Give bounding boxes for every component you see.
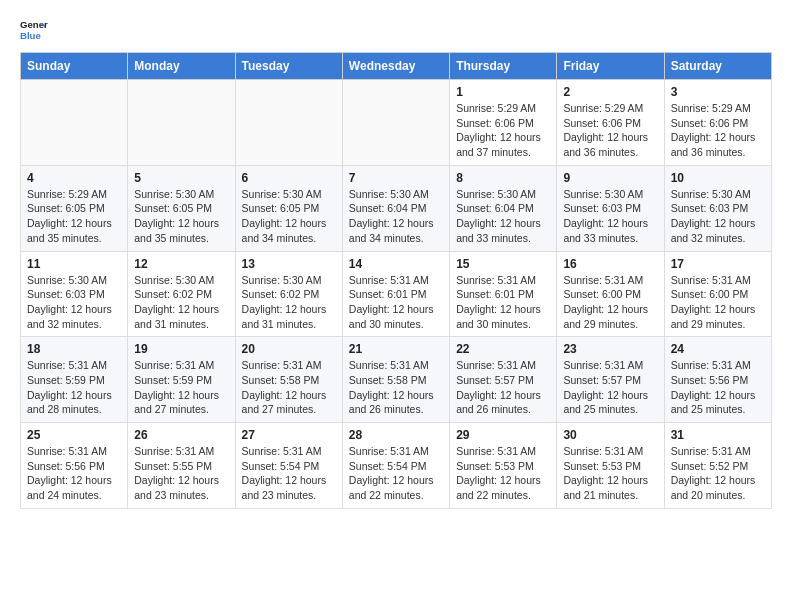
- calendar-cell: 19Sunrise: 5:31 AM Sunset: 5:59 PM Dayli…: [128, 337, 235, 423]
- day-number: 27: [242, 428, 336, 442]
- calendar-cell: 6Sunrise: 5:30 AM Sunset: 6:05 PM Daylig…: [235, 165, 342, 251]
- day-info: Sunrise: 5:29 AM Sunset: 6:06 PM Dayligh…: [563, 101, 657, 160]
- calendar-cell: [21, 80, 128, 166]
- calendar-cell: 1Sunrise: 5:29 AM Sunset: 6:06 PM Daylig…: [450, 80, 557, 166]
- calendar-cell: 17Sunrise: 5:31 AM Sunset: 6:00 PM Dayli…: [664, 251, 771, 337]
- header: General Blue: [20, 16, 772, 44]
- day-info: Sunrise: 5:31 AM Sunset: 5:58 PM Dayligh…: [349, 358, 443, 417]
- day-number: 8: [456, 171, 550, 185]
- day-number: 31: [671, 428, 765, 442]
- day-info: Sunrise: 5:29 AM Sunset: 6:06 PM Dayligh…: [456, 101, 550, 160]
- day-number: 9: [563, 171, 657, 185]
- day-number: 16: [563, 257, 657, 271]
- day-number: 19: [134, 342, 228, 356]
- day-number: 28: [349, 428, 443, 442]
- logo-icon: General Blue: [20, 16, 48, 44]
- calendar-cell: 20Sunrise: 5:31 AM Sunset: 5:58 PM Dayli…: [235, 337, 342, 423]
- day-info: Sunrise: 5:31 AM Sunset: 5:54 PM Dayligh…: [242, 444, 336, 503]
- day-info: Sunrise: 5:30 AM Sunset: 6:05 PM Dayligh…: [134, 187, 228, 246]
- weekday-header-thursday: Thursday: [450, 53, 557, 80]
- day-number: 13: [242, 257, 336, 271]
- calendar-cell: 18Sunrise: 5:31 AM Sunset: 5:59 PM Dayli…: [21, 337, 128, 423]
- day-info: Sunrise: 5:31 AM Sunset: 5:55 PM Dayligh…: [134, 444, 228, 503]
- day-number: 21: [349, 342, 443, 356]
- calendar-cell: 31Sunrise: 5:31 AM Sunset: 5:52 PM Dayli…: [664, 423, 771, 509]
- weekday-header-saturday: Saturday: [664, 53, 771, 80]
- weekday-header-sunday: Sunday: [21, 53, 128, 80]
- svg-text:Blue: Blue: [20, 30, 41, 41]
- day-number: 29: [456, 428, 550, 442]
- day-number: 25: [27, 428, 121, 442]
- day-number: 24: [671, 342, 765, 356]
- day-info: Sunrise: 5:31 AM Sunset: 5:53 PM Dayligh…: [456, 444, 550, 503]
- day-number: 22: [456, 342, 550, 356]
- calendar-cell: 9Sunrise: 5:30 AM Sunset: 6:03 PM Daylig…: [557, 165, 664, 251]
- calendar-cell: 4Sunrise: 5:29 AM Sunset: 6:05 PM Daylig…: [21, 165, 128, 251]
- day-number: 20: [242, 342, 336, 356]
- day-info: Sunrise: 5:31 AM Sunset: 5:56 PM Dayligh…: [671, 358, 765, 417]
- day-number: 1: [456, 85, 550, 99]
- day-info: Sunrise: 5:29 AM Sunset: 6:06 PM Dayligh…: [671, 101, 765, 160]
- day-number: 5: [134, 171, 228, 185]
- day-number: 10: [671, 171, 765, 185]
- day-info: Sunrise: 5:31 AM Sunset: 6:01 PM Dayligh…: [456, 273, 550, 332]
- day-info: Sunrise: 5:30 AM Sunset: 6:03 PM Dayligh…: [671, 187, 765, 246]
- day-info: Sunrise: 5:31 AM Sunset: 5:53 PM Dayligh…: [563, 444, 657, 503]
- calendar-cell: 23Sunrise: 5:31 AM Sunset: 5:57 PM Dayli…: [557, 337, 664, 423]
- calendar-cell: 24Sunrise: 5:31 AM Sunset: 5:56 PM Dayli…: [664, 337, 771, 423]
- calendar-week-4: 18Sunrise: 5:31 AM Sunset: 5:59 PM Dayli…: [21, 337, 772, 423]
- day-number: 26: [134, 428, 228, 442]
- day-number: 14: [349, 257, 443, 271]
- day-info: Sunrise: 5:30 AM Sunset: 6:05 PM Dayligh…: [242, 187, 336, 246]
- day-info: Sunrise: 5:31 AM Sunset: 5:59 PM Dayligh…: [27, 358, 121, 417]
- calendar-cell: 29Sunrise: 5:31 AM Sunset: 5:53 PM Dayli…: [450, 423, 557, 509]
- day-info: Sunrise: 5:31 AM Sunset: 6:01 PM Dayligh…: [349, 273, 443, 332]
- calendar-cell: [235, 80, 342, 166]
- day-info: Sunrise: 5:29 AM Sunset: 6:05 PM Dayligh…: [27, 187, 121, 246]
- day-info: Sunrise: 5:31 AM Sunset: 6:00 PM Dayligh…: [671, 273, 765, 332]
- day-number: 15: [456, 257, 550, 271]
- day-number: 3: [671, 85, 765, 99]
- calendar-cell: 16Sunrise: 5:31 AM Sunset: 6:00 PM Dayli…: [557, 251, 664, 337]
- calendar-cell: 15Sunrise: 5:31 AM Sunset: 6:01 PM Dayli…: [450, 251, 557, 337]
- calendar-cell: 30Sunrise: 5:31 AM Sunset: 5:53 PM Dayli…: [557, 423, 664, 509]
- day-number: 17: [671, 257, 765, 271]
- calendar-cell: 22Sunrise: 5:31 AM Sunset: 5:57 PM Dayli…: [450, 337, 557, 423]
- day-number: 6: [242, 171, 336, 185]
- day-info: Sunrise: 5:30 AM Sunset: 6:03 PM Dayligh…: [563, 187, 657, 246]
- logo: General Blue: [20, 16, 52, 44]
- calendar-cell: [342, 80, 449, 166]
- calendar-cell: 14Sunrise: 5:31 AM Sunset: 6:01 PM Dayli…: [342, 251, 449, 337]
- day-info: Sunrise: 5:30 AM Sunset: 6:04 PM Dayligh…: [349, 187, 443, 246]
- day-info: Sunrise: 5:31 AM Sunset: 5:52 PM Dayligh…: [671, 444, 765, 503]
- day-number: 12: [134, 257, 228, 271]
- day-info: Sunrise: 5:31 AM Sunset: 6:00 PM Dayligh…: [563, 273, 657, 332]
- calendar-cell: 10Sunrise: 5:30 AM Sunset: 6:03 PM Dayli…: [664, 165, 771, 251]
- day-info: Sunrise: 5:31 AM Sunset: 5:58 PM Dayligh…: [242, 358, 336, 417]
- calendar-cell: 12Sunrise: 5:30 AM Sunset: 6:02 PM Dayli…: [128, 251, 235, 337]
- calendar-week-2: 4Sunrise: 5:29 AM Sunset: 6:05 PM Daylig…: [21, 165, 772, 251]
- calendar-cell: [128, 80, 235, 166]
- weekday-header-wednesday: Wednesday: [342, 53, 449, 80]
- day-number: 23: [563, 342, 657, 356]
- day-number: 30: [563, 428, 657, 442]
- calendar-cell: 26Sunrise: 5:31 AM Sunset: 5:55 PM Dayli…: [128, 423, 235, 509]
- calendar-cell: 11Sunrise: 5:30 AM Sunset: 6:03 PM Dayli…: [21, 251, 128, 337]
- weekday-header-friday: Friday: [557, 53, 664, 80]
- day-info: Sunrise: 5:30 AM Sunset: 6:02 PM Dayligh…: [242, 273, 336, 332]
- calendar-cell: 7Sunrise: 5:30 AM Sunset: 6:04 PM Daylig…: [342, 165, 449, 251]
- day-info: Sunrise: 5:31 AM Sunset: 5:57 PM Dayligh…: [456, 358, 550, 417]
- calendar-cell: 21Sunrise: 5:31 AM Sunset: 5:58 PM Dayli…: [342, 337, 449, 423]
- day-info: Sunrise: 5:31 AM Sunset: 5:56 PM Dayligh…: [27, 444, 121, 503]
- day-number: 18: [27, 342, 121, 356]
- day-number: 11: [27, 257, 121, 271]
- weekday-header-monday: Monday: [128, 53, 235, 80]
- calendar-cell: 25Sunrise: 5:31 AM Sunset: 5:56 PM Dayli…: [21, 423, 128, 509]
- calendar-cell: 8Sunrise: 5:30 AM Sunset: 6:04 PM Daylig…: [450, 165, 557, 251]
- day-info: Sunrise: 5:31 AM Sunset: 5:54 PM Dayligh…: [349, 444, 443, 503]
- calendar-table: SundayMondayTuesdayWednesdayThursdayFrid…: [20, 52, 772, 509]
- calendar-cell: 5Sunrise: 5:30 AM Sunset: 6:05 PM Daylig…: [128, 165, 235, 251]
- day-info: Sunrise: 5:30 AM Sunset: 6:03 PM Dayligh…: [27, 273, 121, 332]
- day-info: Sunrise: 5:30 AM Sunset: 6:02 PM Dayligh…: [134, 273, 228, 332]
- day-info: Sunrise: 5:31 AM Sunset: 5:57 PM Dayligh…: [563, 358, 657, 417]
